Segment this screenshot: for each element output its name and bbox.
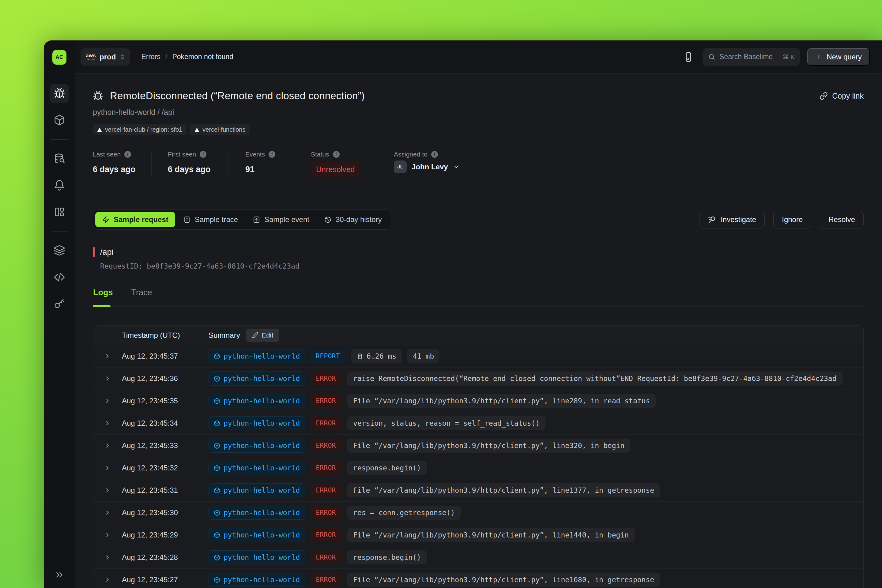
table-row[interactable]: Aug 12, 23:45:28 python-hello-world ERRO…: [93, 546, 863, 569]
assignee-selector[interactable]: JL John Levy: [394, 160, 460, 173]
service-badge[interactable]: python-hello-world: [208, 573, 305, 587]
service-badge[interactable]: python-hello-world: [208, 349, 305, 363]
search-icon: [708, 53, 716, 61]
link-icon: [819, 92, 828, 100]
new-query-button[interactable]: New query: [807, 48, 870, 66]
investigate-button[interactable]: Investigate: [699, 211, 765, 228]
expand-row-button[interactable]: [93, 442, 122, 449]
service-badge[interactable]: python-hello-world: [208, 372, 305, 386]
service-badge-label: python-hello-world: [224, 375, 300, 382]
table-row[interactable]: Aug 12, 23:45:29 python-hello-world ERRO…: [93, 524, 863, 546]
table-row[interactable]: Aug 12, 23:45:35 python-hello-world ERRO…: [93, 390, 863, 412]
service-badge[interactable]: python-hello-world: [208, 506, 305, 520]
sidebar-item-developer[interactable]: [50, 267, 69, 287]
changelog-button[interactable]: [683, 51, 694, 63]
workspace-avatar[interactable]: AC: [52, 50, 66, 64]
table-row[interactable]: Aug 12, 23:45:30 python-hello-world ERRO…: [93, 502, 863, 524]
service-badge-label: python-hello-world: [224, 508, 300, 517]
report-doc-icon: [357, 353, 363, 360]
issue-stats: Last seeni 6 days ago First seeni 6 days…: [93, 151, 864, 177]
service-badge[interactable]: python-hello-world: [208, 483, 305, 497]
info-icon[interactable]: i: [268, 151, 275, 158]
sidebar-collapse-button[interactable]: [44, 570, 75, 580]
sidebar-item-queries[interactable]: [50, 149, 69, 168]
size-pill: 41 mb: [407, 349, 440, 363]
info-icon[interactable]: i: [431, 151, 438, 158]
logs-table: Timestamp (UTC) Summary Edit Aug 12, 23:…: [93, 325, 864, 588]
log-message: response.begin(): [347, 461, 427, 475]
expand-row-button[interactable]: [93, 420, 122, 427]
expand-row-button[interactable]: [93, 532, 122, 538]
expand-row-button[interactable]: [93, 487, 122, 494]
column-header-timestamp[interactable]: Timestamp (UTC): [122, 331, 208, 340]
tab-sample-event[interactable]: Sample event: [246, 212, 316, 227]
table-row[interactable]: Aug 12, 23:45:32 python-hello-world ERRO…: [93, 457, 863, 479]
service-badge[interactable]: python-hello-world: [208, 416, 305, 430]
tab-30-day-history[interactable]: 30-day history: [317, 212, 388, 227]
tab-trace[interactable]: Trace: [131, 288, 152, 297]
search-input[interactable]: [719, 52, 778, 61]
copy-link-button[interactable]: Copy link: [819, 92, 864, 100]
breadcrumb-separator: /: [165, 52, 167, 61]
breadcrumb-section[interactable]: Errors: [141, 52, 160, 61]
tag[interactable]: vercel-functions: [190, 124, 250, 135]
expand-row-button[interactable]: [93, 509, 122, 516]
log-rows: Aug 12, 23:45:37 python-hello-world REPO…: [93, 345, 863, 588]
stat-value: 6 days ago: [168, 165, 228, 174]
sidebar-item-alerts[interactable]: [50, 176, 69, 195]
tag[interactable]: vercel-fan-club / region: sfo1: [93, 124, 186, 135]
log-level-badge: REPORT: [311, 350, 345, 363]
chevron-down-icon: [453, 164, 460, 170]
sidebar-item-stacks[interactable]: [50, 241, 69, 260]
log-message: File “/var/lang/lib/python3.9/http/clien…: [347, 394, 656, 408]
expand-row-button[interactable]: [93, 465, 122, 471]
ignore-button[interactable]: Ignore: [773, 211, 811, 228]
table-row[interactable]: Aug 12, 23:45:37 python-hello-world REPO…: [93, 345, 863, 368]
expand-row-button[interactable]: [93, 398, 122, 404]
table-row[interactable]: Aug 12, 23:45:31 python-hello-world ERRO…: [93, 479, 863, 502]
log-metrics: 6.26 ms 41 mb: [351, 349, 440, 363]
column-header-summary[interactable]: Summary: [208, 331, 240, 340]
plus-icon: [815, 53, 823, 61]
tab-sample-request[interactable]: Sample request: [95, 212, 175, 227]
table-row[interactable]: Aug 12, 23:45:27 python-hello-world ERRO…: [93, 569, 863, 588]
expand-row-button[interactable]: [93, 375, 122, 382]
service-badge[interactable]: python-hello-world: [208, 438, 305, 453]
sidebar-item-keys[interactable]: [50, 294, 69, 314]
chevrons-right-icon: [54, 570, 64, 580]
resolve-button[interactable]: Resolve: [820, 211, 864, 228]
tab-sample-trace[interactable]: Sample trace: [176, 212, 245, 227]
key-icon: [54, 298, 65, 310]
service-badge[interactable]: python-hello-world: [208, 528, 305, 542]
chevron-right-icon: [104, 509, 111, 516]
service-badge-label: python-hello-world: [224, 352, 300, 360]
sidebar-item-services[interactable]: [50, 110, 69, 130]
service-badge[interactable]: python-hello-world: [208, 461, 305, 475]
cube-icon: [214, 442, 220, 449]
tab-logs[interactable]: Logs: [93, 288, 113, 297]
issue-actions: Investigate Ignore Resolve: [699, 211, 864, 228]
sidebar-item-errors[interactable]: [50, 84, 69, 103]
table-row[interactable]: Aug 12, 23:45:33 python-hello-world ERRO…: [93, 435, 863, 457]
table-row[interactable]: Aug 12, 23:45:34 python-hello-world ERRO…: [93, 412, 863, 435]
chevron-right-icon: [104, 465, 111, 471]
dashboard-icon: [54, 206, 65, 218]
info-icon[interactable]: i: [333, 151, 340, 158]
edit-columns-button[interactable]: Edit: [246, 328, 279, 342]
expand-row-button[interactable]: [93, 576, 122, 583]
log-level-badge: ERROR: [311, 484, 341, 497]
global-search[interactable]: ⌘ K: [702, 48, 800, 66]
expand-row-button[interactable]: [93, 554, 122, 561]
environment-selector[interactable]: aws prod: [81, 48, 130, 66]
trace-icon: [183, 216, 191, 224]
stat-last-seen: Last seeni 6 days ago: [93, 151, 151, 177]
table-row[interactable]: Aug 12, 23:45:36 python-hello-world ERRO…: [93, 368, 863, 390]
sidebar-item-dashboards[interactable]: [50, 202, 69, 222]
expand-row-button[interactable]: [93, 353, 122, 360]
chevron-right-icon: [104, 532, 111, 538]
info-icon[interactable]: i: [124, 151, 131, 158]
service-badge[interactable]: python-hello-world: [208, 394, 305, 408]
service-badge[interactable]: python-hello-world: [208, 550, 305, 564]
info-icon[interactable]: i: [200, 151, 206, 158]
size-value: 41 mb: [413, 352, 434, 360]
